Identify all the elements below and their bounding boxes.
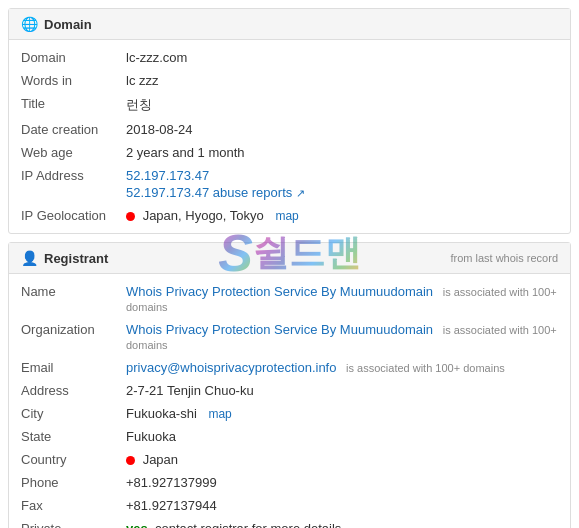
date-label: Date creation — [21, 122, 126, 137]
table-row: Phone +81.927137999 — [21, 471, 558, 494]
org-label: Organization — [21, 322, 126, 337]
globe-icon: 🌐 — [21, 16, 38, 32]
fax-value: +81.927137944 — [126, 498, 558, 513]
title-value: 런칭 — [126, 96, 558, 114]
words-value: lc zzz — [126, 73, 558, 88]
table-row: State Fukuoka — [21, 425, 558, 448]
web-age-value: 2 years and 1 month — [126, 145, 558, 160]
phone-label: Phone — [21, 475, 126, 490]
org-link[interactable]: Whois Privacy Protection Service By Muum… — [126, 322, 433, 337]
table-row: City Fukuoka-shi map — [21, 402, 558, 425]
domain-section-header: 🌐 Domain — [9, 9, 570, 40]
registrant-section-title: Registrant — [44, 251, 108, 266]
address-label: Address — [21, 383, 126, 398]
country-value: Japan — [126, 452, 558, 467]
external-link-icon: ↗ — [296, 187, 305, 199]
table-row: Domain lc-zzz.com — [21, 46, 558, 69]
private-label: Private — [21, 521, 126, 528]
title-label: Title — [21, 96, 126, 111]
domain-section-body: Domain lc-zzz.com Words in lc zzz Title … — [9, 40, 570, 233]
ip-label: IP Address — [21, 168, 126, 183]
country-dot-icon — [126, 456, 135, 465]
table-row: IP Geolocation Japan, Hyogo, Tokyo map — [21, 204, 558, 227]
address-value: 2-7-21 Tenjin Chuo-ku — [126, 383, 558, 398]
yes-text: yes — [126, 521, 148, 528]
ip-value: 52.197.173.47 52.197.173.47 abuse report… — [126, 168, 558, 200]
registrant-section-body: Name Whois Privacy Protection Service By… — [9, 274, 570, 528]
country-text: Japan — [143, 452, 178, 467]
ip-abuse-link[interactable]: 52.197.173.47 abuse reports — [126, 185, 292, 200]
web-age-label: Web age — [21, 145, 126, 160]
org-value: Whois Privacy Protection Service By Muum… — [126, 322, 558, 352]
date-value: 2018-08-24 — [126, 122, 558, 137]
table-row: Address 2-7-21 Tenjin Chuo-ku — [21, 379, 558, 402]
geo-value: Japan, Hyogo, Tokyo map — [126, 208, 558, 223]
person-icon: 👤 — [21, 250, 38, 266]
words-label: Words in — [21, 73, 126, 88]
private-post-text: , contact registrar for more details — [148, 521, 342, 528]
city-map-link[interactable]: map — [208, 407, 231, 421]
registrant-section: 👤 Registrant from last whois record Name… — [8, 242, 571, 528]
page-container: 🌐 Domain Domain lc-zzz.com Words in lc z… — [0, 8, 579, 528]
domain-value: lc-zzz.com — [126, 50, 558, 65]
table-row: Words in lc zzz — [21, 69, 558, 92]
city-value: Fukuoka-shi map — [126, 406, 558, 421]
table-row: Organization Whois Privacy Protection Se… — [21, 318, 558, 356]
geo-map-link[interactable]: map — [275, 209, 298, 223]
name-value: Whois Privacy Protection Service By Muum… — [126, 284, 558, 314]
city-label: City — [21, 406, 126, 421]
geo-text: Japan, Hyogo, Tokyo — [143, 208, 264, 223]
domain-section: 🌐 Domain Domain lc-zzz.com Words in lc z… — [8, 8, 571, 234]
state-label: State — [21, 429, 126, 444]
email-link[interactable]: privacy@whoisprivacyprotection.info — [126, 360, 336, 375]
email-value: privacy@whoisprivacyprotection.info is a… — [126, 360, 558, 375]
geo-label: IP Geolocation — [21, 208, 126, 223]
table-row: Name Whois Privacy Protection Service By… — [21, 280, 558, 318]
table-row: Web age 2 years and 1 month — [21, 141, 558, 164]
domain-section-title: Domain — [44, 17, 92, 32]
table-row: Private yes, contact registrar for more … — [21, 517, 558, 528]
email-assoc: is associated with 100+ domains — [346, 362, 505, 374]
registrant-section-header: 👤 Registrant from last whois record — [9, 243, 570, 274]
table-row: Fax +81.927137944 — [21, 494, 558, 517]
state-value: Fukuoka — [126, 429, 558, 444]
name-label: Name — [21, 284, 126, 299]
table-row: Title 런칭 — [21, 92, 558, 118]
fax-label: Fax — [21, 498, 126, 513]
table-row: IP Address 52.197.173.47 52.197.173.47 a… — [21, 164, 558, 204]
country-label: Country — [21, 452, 126, 467]
red-dot-icon — [126, 212, 135, 221]
table-row: Date creation 2018-08-24 — [21, 118, 558, 141]
city-text: Fukuoka-shi — [126, 406, 197, 421]
phone-value: +81.927137999 — [126, 475, 558, 490]
email-label: Email — [21, 360, 126, 375]
registrant-note: from last whois record — [450, 252, 558, 264]
ip-link[interactable]: 52.197.173.47 — [126, 168, 209, 183]
name-link[interactable]: Whois Privacy Protection Service By Muum… — [126, 284, 433, 299]
table-row: Country Japan — [21, 448, 558, 471]
table-row: Email privacy@whoisprivacyprotection.inf… — [21, 356, 558, 379]
domain-label: Domain — [21, 50, 126, 65]
private-value: yes, contact registrar for more details — [126, 521, 558, 528]
